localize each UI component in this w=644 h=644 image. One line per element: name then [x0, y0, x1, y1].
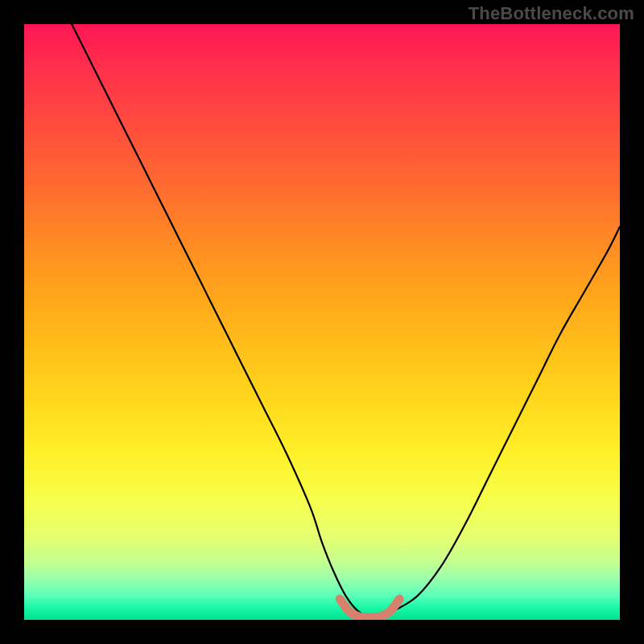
- gradient-band: [24, 573, 620, 574]
- gradient-band: [24, 527, 620, 528]
- watermark-text: TheBottleneck.com: [469, 3, 634, 24]
- gradient-band: [24, 553, 620, 554]
- gradient-band: [24, 599, 620, 600]
- gradient-band: [24, 586, 620, 587]
- chart-frame: TheBottleneck.com: [0, 0, 644, 644]
- plot-area: [24, 24, 620, 620]
- gradient-band: [24, 520, 620, 521]
- gradient-band: [24, 605, 620, 606]
- gradient-band: [24, 534, 620, 535]
- background-gradient: [24, 24, 620, 620]
- gradient-band: [24, 612, 620, 613]
- gradient-band: [24, 566, 620, 567]
- gradient-band: [24, 547, 620, 547]
- gradient-band: [24, 514, 620, 514]
- gradient-band: [24, 559, 620, 560]
- gradient-band: [24, 592, 620, 593]
- gradient-band: [24, 501, 620, 502]
- gradient-band: [24, 540, 620, 541]
- gradient-band: [24, 507, 620, 508]
- gradient-band: [24, 580, 620, 580]
